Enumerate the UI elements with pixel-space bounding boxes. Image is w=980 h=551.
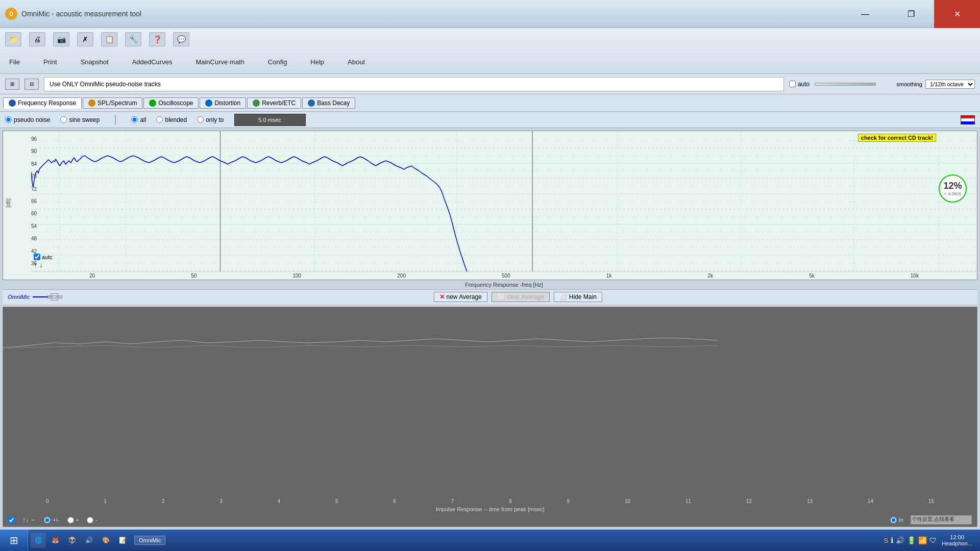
freq-chart[interactable]: check for correct CD track! 12% ≈ 4.0K/s… [31, 131, 977, 271]
taskbar-app1-icon[interactable]: 🔊 [81, 533, 96, 548]
impulse-in-radio[interactable] [890, 517, 897, 523]
clear-average-button[interactable]: ⬜ clear Average [492, 292, 550, 302]
smoothing-select[interactable]: 1/12th octave 1/6th octave 1/3rd octave … [925, 80, 975, 89]
impulse-chart[interactable] [3, 307, 977, 497]
options-row: pseudo noise sine sweep all blended only… [0, 112, 980, 128]
x-20: 20 [89, 273, 95, 279]
impulse-in-group: In 个性设置,点我看看 [890, 515, 972, 524]
tray-icon-1[interactable]: ℹ [891, 536, 893, 544]
info-text: Use ONLY OmniMic pseudo-noise tracks [50, 81, 161, 88]
legend-box: IEC263 [51, 293, 58, 300]
toolbar-snapshot-icon[interactable]: 📷 [53, 32, 69, 46]
new-average-label: new Average [447, 293, 482, 300]
new-average-button[interactable]: ✕ new Average [434, 292, 487, 302]
menu-about[interactable]: About [344, 56, 369, 68]
toolbar-file-icon[interactable]: 📁 [5, 32, 21, 46]
ix-13: 13 [807, 498, 813, 504]
y-72: 72 [31, 186, 46, 192]
impulse-chart-container: 0 1 2 3 4 5 6 7 8 9 10 11 12 13 14 15 Im… [3, 307, 977, 527]
svg-rect-31 [3, 307, 977, 497]
tab-freq-label: Frequency Response [18, 99, 76, 107]
titlebar-controls: — ❐ ✕ [842, 0, 980, 28]
time-input[interactable] [234, 114, 306, 126]
only-to-label: only to [206, 116, 224, 123]
taskbar-active-window[interactable]: OmniMic [134, 536, 165, 545]
radio-minus[interactable]: - [87, 517, 97, 523]
up-arrow-icon[interactable]: ↑ [34, 261, 37, 269]
tab-bass-decay[interactable]: Bass Decay [302, 97, 355, 109]
freq-x-labels: 20 50 100 200 500 1k 2k 5k 10k Frequency… [31, 271, 977, 280]
toolbar-help-icon[interactable]: ❓ [149, 32, 165, 46]
y-96: 96 [31, 136, 46, 142]
close-button[interactable]: ✕ [934, 0, 980, 28]
menu-bar: 📁 🖨 📷 ✗ 📋 🔧 ❓ 💬 File Print Snapshot Adde… [0, 28, 980, 74]
toolbar: 📁 🖨 📷 ✗ 📋 🔧 ❓ 💬 [0, 28, 980, 51]
start-button[interactable]: ⊞ [0, 530, 28, 551]
impulse-horz-icon[interactable]: ↔ [30, 516, 36, 523]
menu-help[interactable]: Help [306, 56, 328, 68]
toolbar-config-icon[interactable]: 🔧 [125, 32, 141, 46]
tab-oscilloscope[interactable]: Oscilloscope [143, 97, 199, 109]
taskbar-right: S ℹ 🔊 🔋 📶 🛡 12:00 Headphon... [884, 534, 980, 546]
tab-reverb[interactable]: Reverb/ETC [247, 97, 301, 109]
toolbar-print-icon[interactable]: 🖨 [29, 32, 45, 46]
down-arrow-icon[interactable]: ↓ [39, 261, 43, 269]
taskbar-app3-icon[interactable]: 📝 [115, 533, 130, 548]
taskbar-ie-icon[interactable]: 🌐 [31, 533, 46, 548]
radio-blended[interactable]: blended [156, 116, 187, 123]
view-btn-2[interactable]: ⊟ [24, 79, 39, 90]
slider[interactable] [815, 83, 876, 86]
legend-text: IEC263 [47, 294, 62, 299]
ix-9: 9 [567, 498, 570, 504]
titlebar-title: OmniMic - acoustic measurement tool [21, 10, 141, 18]
taskbar-alien-icon[interactable]: 👽 [64, 533, 80, 548]
freq-chart-wrapper: check for correct CD track! 12% ≈ 4.0K/s… [31, 131, 977, 280]
tab-frequency-response[interactable]: Frequency Response [3, 97, 82, 109]
toolbar-chat-icon[interactable]: 💬 [173, 32, 189, 46]
menu-print[interactable]: Print [39, 56, 61, 68]
radio-pseudo-noise[interactable]: pseudo noise [5, 116, 50, 123]
radio-all[interactable]: all [131, 116, 146, 123]
tray-icon-2[interactable]: 🔊 [896, 536, 904, 544]
spl-icon [88, 99, 95, 107]
menu-config[interactable]: Config [264, 56, 291, 68]
auto-checkbox[interactable] [789, 81, 796, 87]
clock-time: 12:00 [942, 534, 972, 540]
taskbar-fox-icon[interactable]: 🦊 [47, 533, 63, 548]
menu-maincurve-math[interactable]: MainCurve math [191, 56, 248, 68]
minimize-button[interactable]: — [842, 0, 888, 28]
menu-snapshot[interactable]: Snapshot [77, 56, 113, 68]
radio-plus[interactable]: + [67, 517, 79, 523]
impulse-up-icon[interactable]: ↑↓ [22, 516, 29, 523]
auto-freq-check-input[interactable] [34, 254, 40, 260]
settings-text: 个性设置,点我看看 [911, 515, 955, 523]
taskbar: ⊞ 🌐 🦊 👽 🔊 🎨 📝 OmniMic S ℹ 🔊 🔋 📶 🛡 12:00 … [0, 530, 980, 551]
ix-5: 5 [335, 498, 338, 504]
x-5k: 5k [809, 273, 815, 279]
toolbar-x-icon[interactable]: ✗ [77, 32, 93, 46]
menu-added-curves[interactable]: AddedCurves [128, 56, 177, 68]
tab-distortion[interactable]: Distortion [200, 97, 246, 109]
radio-plusminus[interactable]: +/- [44, 517, 59, 523]
view-btn-1[interactable]: ⊞ [5, 79, 19, 90]
shield-icon[interactable]: 🛡 [929, 536, 937, 544]
tray-icon-3[interactable]: 🔋 [907, 536, 916, 544]
x-200: 200 [397, 273, 406, 279]
impulse-auto-checkbox[interactable] [8, 517, 15, 523]
maximize-button[interactable]: ❐ [888, 0, 934, 28]
toolbar-notes-icon[interactable]: 📋 [101, 32, 117, 46]
tab-spl-spectrum[interactable]: SPL/Spectrum [83, 97, 142, 109]
radio-sine-sweep[interactable]: sine sweep [60, 116, 100, 123]
hide-main-button[interactable]: ⬜ Hide Main [554, 292, 602, 302]
network-icon[interactable]: 📶 [918, 536, 927, 544]
blended-label: blended [165, 116, 187, 123]
taskbar-app2-icon[interactable]: 🎨 [98, 533, 113, 548]
auto-freq-label: autc [42, 254, 53, 260]
clear-avg-icon: ⬜ [497, 293, 505, 300]
distortion-badge: 12% ≈ 4.0K/s [939, 174, 967, 203]
freq-bottom-buttons: ✕ new Average ⬜ clear Average ⬜ Hide Mai… [434, 292, 602, 302]
y-66: 66 [31, 198, 46, 204]
radio-only-to[interactable]: only to [197, 116, 224, 123]
menu-file[interactable]: File [5, 56, 24, 68]
tab-spl-label: SPL/Spectrum [97, 99, 137, 107]
